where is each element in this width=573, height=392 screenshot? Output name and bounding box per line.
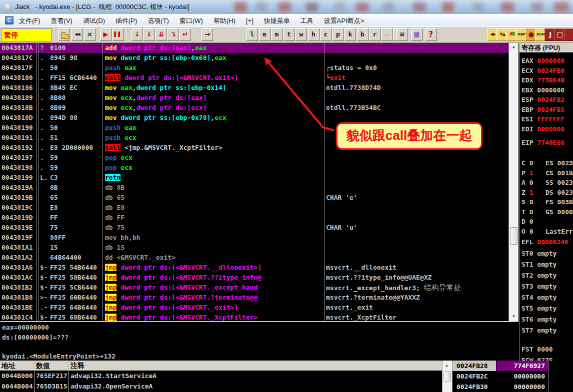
disasm-row[interactable]: 00438186.8B45 ECmov eax,dword ptr ss:[eb… <box>0 83 508 93</box>
call-stack-button[interactable]: k <box>344 28 356 41</box>
executables-button[interactable]: e <box>259 28 270 41</box>
flag-a[interactable]: A 0SS 0023 <box>522 178 573 187</box>
register-fst[interactable]: FST 0000 <box>522 345 573 354</box>
windows-list-button[interactable]: ▦ <box>411 28 422 41</box>
menu-item-set-api-breakpoint[interactable]: 设置API断点> <box>324 16 364 25</box>
register-st4[interactable]: ST4 empty <box>522 293 573 302</box>
disasm-row[interactable]: 004381BE.-FF25 64B6440jmp dword ptr ds:[… <box>0 303 508 313</box>
titlebar[interactable]: Jiack - kyodai.exe - [LCG - 线程 00000C3C,… <box>0 0 573 14</box>
register-st6[interactable]: ST6 empty <box>522 315 573 324</box>
disasm-row[interactable]: 00438189.8B08mov ecx,dword ptr ds:[eax] <box>0 93 508 103</box>
flag-c[interactable]: C 0ES 0023 <box>522 158 573 168</box>
stack-row[interactable]: 0024FB28774F6927 <box>452 361 573 371</box>
info-pane[interactable]: eax=00000000ds:[00000000]=???kyodai.<Mod… <box>0 321 518 361</box>
menu-item-view[interactable]: 查看(V) <box>51 16 72 25</box>
references-button[interactable]: r <box>369 28 380 41</box>
disasm-row[interactable]: 0043817A?0100add dword ptr ds:[eax],eax <box>0 43 508 53</box>
menu-item-plugins[interactable]: 插件(P) <box>116 16 137 25</box>
reference-table-scrollbar[interactable]: ▲ <box>442 361 452 392</box>
scroll-down-button[interactable]: ▼ <box>510 313 518 321</box>
disasm-row[interactable]: 0043818B.8B09mov ecx,dword ptr ds:[ecx]n… <box>0 103 508 113</box>
register-ecx[interactable]: ECX 0024FB0 <box>522 66 573 75</box>
animate-over-button[interactable]: ↴ <box>168 28 179 41</box>
menu-item-plus[interactable]: [+] <box>246 17 254 24</box>
animate-into-button[interactable]: ⇊ <box>156 28 167 41</box>
disasm-row[interactable]: 0043819E75db 75CHAR 'u' <box>0 223 508 233</box>
disasm-row[interactable]: 0043819F88FFmov bh,bh <box>0 233 508 243</box>
flag-z[interactable]: Z 1DS 0023 <box>522 188 573 197</box>
menu-item-file[interactable]: 文件(F) <box>19 16 40 25</box>
windows-button[interactable]: w <box>296 28 307 41</box>
breakpoints-button[interactable]: b <box>357 28 368 41</box>
patches-button[interactable]: p <box>332 28 344 41</box>
disasm-row[interactable]: 00438199L.C3retn <box>0 173 508 183</box>
table-row[interactable]: 0044B004765D3B15advapi32.OpenServiceA <box>0 381 442 392</box>
disasm-row[interactable]: 004381A115db 15 <box>0 243 508 253</box>
disasm-row[interactable]: 0043819CE8db E8 <box>0 203 508 213</box>
register-ebp[interactable]: EBP 0024FB5 <box>522 105 573 114</box>
register-eax[interactable]: EAX 0000000 <box>522 56 573 65</box>
go-to-button[interactable]: → <box>202 28 213 41</box>
cpu-button[interactable]: c <box>320 28 332 41</box>
run-button[interactable]: ▶ <box>100 28 112 41</box>
disasm-row[interactable]: 0043819A8Bdb 8B <box>0 183 508 193</box>
register-st3[interactable]: ST3 empty <box>522 282 573 291</box>
disasm-row[interactable]: 00438180.FF15 6CB6440call dword ptr ds:[… <box>0 73 508 83</box>
register-esi[interactable]: ESI FFFFFFF <box>522 114 573 124</box>
register-st7[interactable]: ST7 empty <box>522 326 573 335</box>
disasm-row[interactable]: 00438197.59pop ecx <box>0 153 508 163</box>
flag-s[interactable]: S 0FS 003B <box>522 197 573 207</box>
disasm-row[interactable]: 00438198.59pop ecx <box>0 163 508 173</box>
register-st5[interactable]: ST5 empty <box>522 304 573 313</box>
open-views-button[interactable]: ≡ <box>396 28 408 41</box>
register-st1[interactable]: ST1 empty <box>522 260 573 269</box>
reference-table[interactable]: 地址数值注释0044B000765EF217advapi32.StartServ… <box>0 361 442 392</box>
menu-item-debug[interactable]: 调试(D) <box>83 16 105 25</box>
scroll-up-button[interactable]: ▲ <box>442 362 451 370</box>
handles-button[interactable]: h <box>308 28 320 41</box>
threads-button[interactable]: t <box>284 28 295 41</box>
table-row[interactable]: 0044B000765EF217advapi32.StartServiceA <box>0 371 442 381</box>
flag-o[interactable]: O 0LastErr <box>522 227 573 236</box>
step-into-button[interactable]: ↓ <box>132 28 143 41</box>
disasm-row[interactable]: 004381C4$-FF25 68B6440jmp dword ptr ds:[… <box>0 313 508 321</box>
plugin-edge-button[interactable] <box>564 28 573 41</box>
menu-item-options[interactable]: 选项(T) <box>148 16 169 25</box>
register-efl[interactable]: EFL 00000246 <box>522 237 573 247</box>
scroll-thumb[interactable] <box>444 372 451 382</box>
disassembly-pane[interactable]: 0043817A?0100add dword ptr ds:[eax],eax0… <box>0 43 508 321</box>
disasm-row[interactable]: 004381B2$-FF25 5CB6440jmp dword ptr ds:[… <box>0 283 508 293</box>
pause-button[interactable]: ▌▌ <box>112 28 124 41</box>
register-ebx[interactable]: EBX 0000000 <box>522 85 573 95</box>
stack-pane[interactable]: 0024FB28774F69270024FB2C000000000024FB30… <box>452 361 573 392</box>
menu-item-shortcut-menu[interactable]: 快捷菜单 <box>264 16 290 25</box>
stack-row[interactable]: 0024FB3000000000 <box>452 382 573 392</box>
register-esp[interactable]: ESP 0024FB2 <box>522 95 573 104</box>
scroll-up-button[interactable]: ▲ <box>510 43 518 51</box>
stack-row[interactable]: 0024FB2C00000000 <box>452 371 573 382</box>
register-edi[interactable]: EDI 0000000 <box>522 124 573 134</box>
disasm-row[interactable]: 0043817F.50push eax┌status = 0x0 <box>0 63 508 73</box>
register-fcw[interactable]: FCW 027F <box>522 356 573 361</box>
disasm-row[interactable]: 004381A264B64400dd <&MSVCRT._exit> <box>0 253 508 263</box>
flag-d[interactable]: D 0 <box>522 217 573 226</box>
disasm-row[interactable]: 0043819B65db 65CHAR 'e' <box>0 193 508 203</box>
disasm-row[interactable]: 004381A6$-FF25 54B6440jmp dword ptr ds:[… <box>0 263 508 273</box>
disasm-row[interactable]: 0043819DFFdb FF <box>0 213 508 223</box>
mdi-child-icon[interactable]: C <box>5 16 14 24</box>
flag-p[interactable]: P 1CS 001B <box>522 168 573 178</box>
log-window-button[interactable]: l <box>246 28 258 41</box>
register-edx[interactable]: EDX 773B64B <box>522 75 573 85</box>
disasm-row[interactable]: 004381AC$-FF25 58B6440jmp dword ptr ds:[… <box>0 273 508 283</box>
run-trace-button[interactable]: ... <box>382 28 393 41</box>
restart-button[interactable]: ◀◀ <box>72 28 83 41</box>
register-st2[interactable]: ST2 empty <box>522 271 573 280</box>
step-over-button[interactable]: ⇓ <box>144 28 155 41</box>
register-eip[interactable]: EIP 7740E66 <box>522 138 573 147</box>
open-file-button[interactable] <box>58 28 70 41</box>
disasm-row[interactable]: 0043818D.894D 88mov dword ptr ss:[ebp-0x… <box>0 113 508 123</box>
flag-t[interactable]: T 0GS 0000 <box>522 207 573 217</box>
scroll-thumb[interactable] <box>510 227 518 245</box>
help-button[interactable]: ? <box>425 28 436 41</box>
menu-item-help[interactable]: 帮助(H) <box>214 16 236 25</box>
